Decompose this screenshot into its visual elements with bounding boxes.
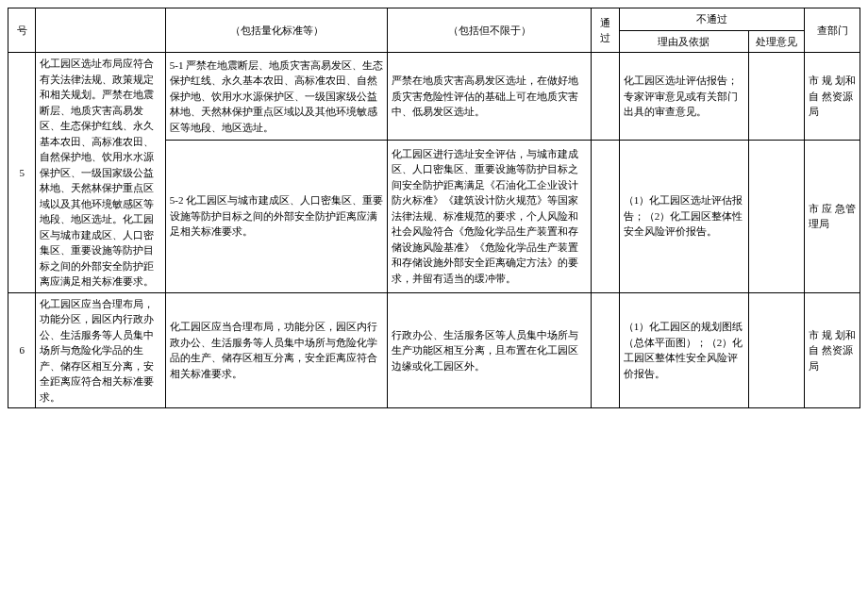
row-incl: 化工园区进行选址安全评估，与城市建成区、人口密集区、重要设施等防护目标之间安全防… (388, 140, 592, 292)
row-num: 5 (8, 53, 36, 293)
row-opinion-blank (749, 53, 805, 141)
row-desc: 化工园区应当合理布局，功能分区，园区内行政办公、生活服务等人员集中场所与危险化学… (36, 292, 165, 408)
row-opinion-blank (749, 292, 805, 408)
row-dept: 市 应 急管理局 (805, 140, 860, 292)
row-pass-blank (592, 292, 619, 408)
header-num: 号 (8, 8, 36, 53)
row-pass-blank (592, 140, 619, 292)
header-notpass: 不通过 (619, 8, 804, 31)
document-table: 号 （包括量化标准等） （包括但不限于） 通过 不通过 查部门 理由及依据 处理… (8, 8, 860, 408)
row-reason: 化工园区选址评估报告；专家评审意见或有关部门出具的审查意见。 (619, 53, 748, 141)
table-row: 6 化工园区应当合理布局，功能分区，园区内行政办公、生活服务等人员集中场所与危险… (8, 292, 860, 408)
row-std: 5-2 化工园区与城市建成区、人口密集区、重要设施等防护目标之间的外部安全防护距… (165, 140, 388, 292)
row-reason: （1）化工园区选址评估报告；（2）化工园区整体性安全风险评价报告。 (619, 140, 748, 292)
row-opinion-blank (749, 140, 805, 292)
header-opinion: 处理意见 (749, 30, 805, 53)
row-reason: （1）化工园区的规划图纸（总体平面图）；（2）化工园区整体性安全风险评价报告。 (619, 292, 748, 408)
header-row-1: 号 （包括量化标准等） （包括但不限于） 通过 不通过 查部门 (8, 8, 860, 31)
header-incl: （包括但不限于） (388, 8, 592, 53)
header-dept: 查部门 (805, 8, 860, 53)
row-desc: 化工园区选址布局应符合有关法律法规、政策规定和相关规划。严禁在地震断层、地质灾害… (36, 53, 165, 293)
row-dept: 市 规 划和 自 然资源局 (805, 53, 860, 141)
row-num: 6 (8, 292, 36, 408)
row-std: 5-1 严禁在地震断层、地质灾害高易发区、生态保护红线、永久基本农田、高标准农田… (165, 53, 388, 141)
header-desc-blank (36, 8, 165, 53)
header-reason: 理由及依据 (619, 30, 748, 53)
header-pass: 通过 (592, 8, 619, 53)
row-incl: 严禁在地质灾害高易发区选址，在做好地质灾害危险性评估的基础上可在地质灾害中、低易… (388, 53, 592, 141)
table-row: 5 化工园区选址布局应符合有关法律法规、政策规定和相关规划。严禁在地震断层、地质… (8, 53, 860, 141)
header-std: （包括量化标准等） (165, 8, 388, 53)
row-std: 化工园区应当合理布局，功能分区，园区内行政办公、生活服务等人员集中场所与危险化学… (165, 292, 388, 408)
row-incl: 行政办公、生活服务区等人员集中场所与生产功能区相互分离，且布置在化工园区边缘或化… (388, 292, 592, 408)
row-dept: 市 规 划和 自 然资源局 (805, 292, 860, 408)
row-pass-blank (592, 53, 619, 141)
